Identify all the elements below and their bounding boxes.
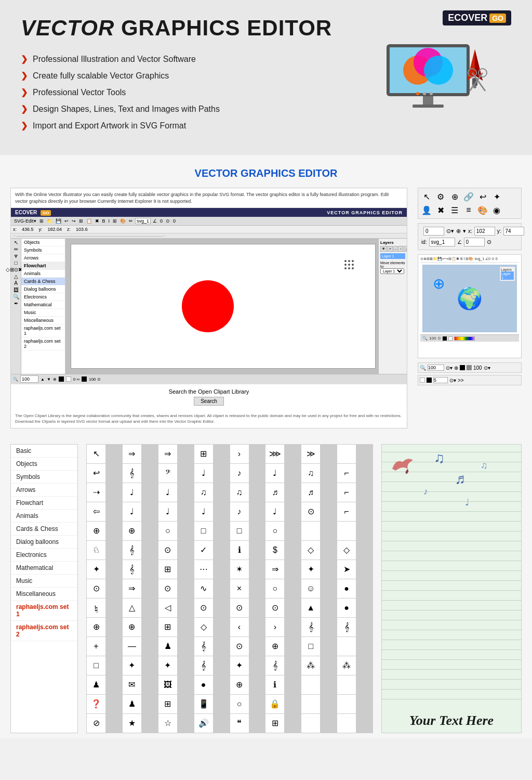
sym-envelope[interactable]: ✉ — [123, 675, 141, 694]
sym-treble5[interactable]: 𝄞 — [194, 637, 213, 656]
tool-triangle[interactable]: △ — [14, 274, 18, 279]
rt-link-icon[interactable]: 🔗 — [462, 190, 475, 203]
sym-long-arrow[interactable]: ⇢ — [87, 483, 105, 502]
sym-square3[interactable]: □ — [301, 637, 320, 656]
sym-empty-1[interactable] — [337, 445, 356, 463]
sym-chess-knight[interactable]: ♘ — [87, 541, 105, 560]
sym-music-h[interactable]: ♩ — [123, 502, 141, 521]
sym-info[interactable]: ℹ — [230, 541, 249, 560]
tool-image[interactable]: 🖼 — [14, 287, 19, 293]
toolbar-open-btn[interactable]: 📁 — [46, 218, 54, 224]
toolbar-svg-btn[interactable]: SVG-Edit▾ — [13, 218, 37, 224]
sym-filled-circle[interactable]: ● — [337, 579, 356, 598]
sym-music-note-2[interactable]: 𝄢 — [158, 464, 177, 483]
sym-note-trio[interactable]: ♬ — [265, 483, 284, 502]
layer-del-btn[interactable]: - — [393, 246, 397, 252]
sym-circle8[interactable]: ⊙ — [265, 599, 284, 617]
sym-star6[interactable]: ✦ — [123, 656, 141, 675]
menu-animals[interactable]: Animals — [21, 270, 65, 278]
sym-quote[interactable]: ❝ — [230, 714, 249, 733]
rt-select-icon[interactable]: ↖ — [420, 190, 433, 203]
sym-treble4[interactable]: 𝄞 — [337, 618, 356, 636]
sym-empty5[interactable] — [301, 675, 320, 694]
layer-eye-btn[interactable]: 👁 — [380, 246, 387, 252]
sym-empty4[interactable] — [337, 637, 356, 656]
rt-magic-icon[interactable]: ✦ — [490, 190, 503, 203]
sym-note3[interactable]: ♩ — [123, 483, 141, 502]
sym-note-trio2[interactable]: ♬ — [301, 483, 320, 502]
zoom-dn[interactable]: ▼ — [47, 377, 51, 382]
toolbar-paste-btn[interactable]: 📋 — [85, 218, 93, 224]
toolbar-stroke-btn[interactable]: ✏ — [128, 218, 134, 224]
sym-arr-right[interactable]: ⇒ — [265, 560, 284, 579]
sym-circle2[interactable]: ○ — [265, 522, 284, 540]
sym-plus[interactable]: + — [87, 637, 105, 656]
sym-music-sym[interactable]: 𝄮 — [87, 599, 105, 617]
sym-star4[interactable]: ✦ — [87, 560, 105, 579]
sym-beamed-notes[interactable]: ♩ — [265, 464, 284, 483]
sidebar-symbols[interactable]: Symbols — [11, 471, 77, 484]
sym-circle-plus[interactable]: ⊕ — [87, 522, 105, 540]
coord-angle-input[interactable] — [464, 238, 485, 246]
toolbar-new-btn[interactable]: ⊞ — [38, 218, 45, 224]
sym-empty7[interactable] — [301, 695, 320, 713]
sym-italic-sym[interactable]: 𝄞 — [265, 656, 284, 675]
sym-angle-bracket[interactable]: › — [230, 445, 249, 463]
sym-eighth-note[interactable]: ♪ — [230, 464, 249, 483]
coord-id-input[interactable] — [429, 238, 455, 246]
sym-empty8[interactable] — [337, 695, 356, 713]
sym-circle4[interactable]: ⊙ — [158, 579, 177, 598]
sym-minus[interactable]: — — [123, 637, 141, 656]
sym-triangle[interactable]: △ — [123, 599, 141, 617]
menu-symbols[interactable]: Symbols — [21, 246, 65, 254]
rzoom-spin[interactable]: ⊙▾ — [484, 365, 490, 371]
toolbar-bold-btn[interactable]: B — [101, 218, 107, 224]
tool-rect[interactable]: □ — [14, 260, 17, 266]
sym-speaker[interactable]: 🔊 — [194, 714, 213, 733]
toolbar-delete-btn[interactable]: ✖ — [94, 218, 100, 224]
menu-raphael-2[interactable]: raphaeljs.com set 2 — [21, 337, 65, 350]
menu-arrows[interactable]: Arrows — [21, 254, 65, 262]
coord-x-val-input[interactable] — [474, 227, 495, 236]
rzoom-arrows[interactable]: ⊙▾ — [446, 365, 453, 371]
sym-cross[interactable]: × — [230, 579, 249, 598]
sym-filled-circle2[interactable]: ● — [337, 599, 356, 617]
sym-empty9[interactable] — [301, 714, 320, 733]
sym-circle3[interactable]: ⊙ — [158, 541, 177, 560]
sym-phone[interactable]: 📱 — [194, 695, 213, 713]
sidebar-raphael-2[interactable]: raphaeljs.com set 2 — [11, 621, 77, 641]
sym-circle-plus2[interactable]: ⊕ — [123, 522, 141, 540]
sym-note-pair2[interactable]: ♫ — [230, 483, 249, 502]
rzoom2-num-input[interactable] — [433, 377, 448, 383]
rzoom2-spin[interactable]: ⊙▾ — [449, 378, 456, 383]
sym-chess-queen[interactable]: ♟ — [87, 675, 105, 694]
menu-mathematical[interactable]: Mathematical — [21, 301, 65, 309]
sidebar-objects[interactable]: Objects — [11, 458, 77, 471]
sidebar-basic[interactable]: Basic — [11, 445, 77, 458]
sym-hand-left[interactable]: ⇦ — [87, 502, 105, 521]
sym-note-pair[interactable]: ♫ — [194, 483, 213, 502]
sym-circle[interactable]: ○ — [158, 522, 177, 540]
sym-circle11[interactable]: ○ — [230, 695, 249, 713]
sym-star5[interactable]: ✦ — [301, 560, 320, 579]
menu-raphael-1[interactable]: raphaeljs.com set 1 — [21, 324, 65, 337]
rt-bars-icon[interactable]: ≡ — [462, 204, 475, 216]
sym-return[interactable]: ↩ — [87, 464, 105, 483]
rt-shapes-icon[interactable]: ◉ — [490, 204, 503, 216]
sym-diamond[interactable]: ◇ — [301, 541, 320, 560]
sym-corner[interactable]: ⌐ — [337, 464, 356, 483]
toolbar-copy-btn[interactable]: ⊞ — [78, 218, 84, 224]
sym-circleplus3[interactable]: ⊕ — [87, 618, 105, 636]
sym-circle5[interactable]: ○ — [265, 579, 284, 598]
rt-undo-icon[interactable]: ↩ — [476, 190, 489, 203]
rt-gear-icon[interactable]: ⚙ — [434, 190, 447, 203]
editor-toolbar[interactable]: SVG-Edit▾ ⊞ 📁 💾 ↩ ↪ ⊞ 📋 ✖ B I ⊞ 🎨 ✏ svg_… — [11, 217, 407, 226]
tool-ref1[interactable]: ⊕ — [53, 377, 57, 382]
sym-circleplus5[interactable]: ⊕ — [265, 637, 284, 656]
sym-diamond2[interactable]: ◇ — [337, 541, 356, 560]
tool-zoom[interactable]: 🔍 — [13, 294, 19, 300]
sidebar-mathematical[interactable]: Mathematical — [11, 562, 77, 575]
sym-grid3[interactable]: ⊞ — [265, 714, 284, 733]
sym-music-k[interactable]: ♪ — [230, 502, 249, 521]
sym-target[interactable]: ⊙ — [301, 502, 320, 521]
